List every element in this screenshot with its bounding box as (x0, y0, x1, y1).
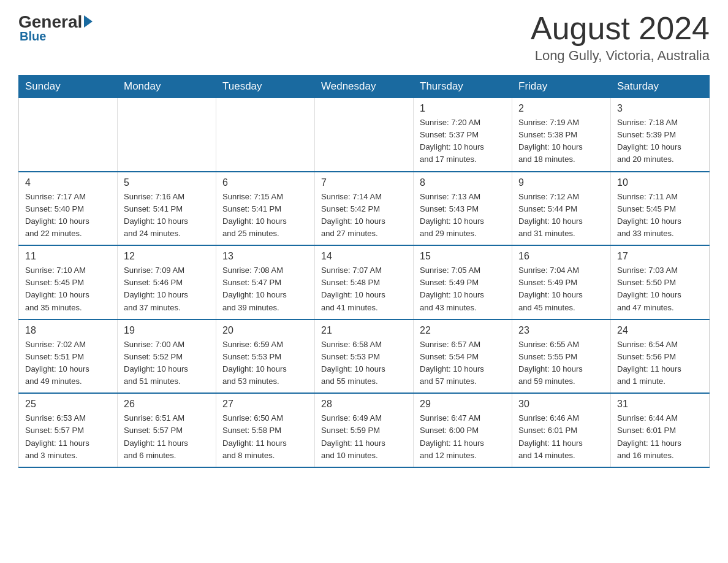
day-cell: 24Sunrise: 6:54 AMSunset: 5:56 PMDayligh… (611, 320, 710, 394)
day-info: Sunrise: 7:14 AMSunset: 5:42 PMDaylight:… (321, 191, 407, 240)
logo: General Blue (18, 12, 93, 44)
calendar-table: SundayMondayTuesdayWednesdayThursdayFrid… (18, 75, 710, 468)
day-info: Sunrise: 6:44 AMSunset: 6:01 PMDaylight:… (617, 412, 703, 462)
week-row-2: 4Sunrise: 7:17 AMSunset: 5:40 PMDaylight… (19, 172, 710, 246)
day-number: 17 (617, 251, 703, 262)
day-cell: 5Sunrise: 7:16 AMSunset: 5:41 PMDaylight… (118, 172, 216, 246)
day-number: 10 (617, 177, 703, 188)
day-cell: 2Sunrise: 7:19 AMSunset: 5:38 PMDaylight… (512, 98, 611, 172)
day-number: 20 (222, 325, 308, 336)
day-info: Sunrise: 7:03 AMSunset: 5:50 PMDaylight:… (617, 264, 703, 314)
day-info: Sunrise: 7:05 AMSunset: 5:49 PMDaylight:… (420, 264, 506, 314)
header-cell-wednesday: Wednesday (315, 75, 414, 98)
week-row-4: 18Sunrise: 7:02 AMSunset: 5:51 PMDayligh… (19, 320, 710, 394)
title-block: August 2024 Long Gully, Victoria, Austra… (531, 12, 710, 64)
day-number: 15 (420, 251, 506, 262)
location-title: Long Gully, Victoria, Australia (531, 48, 710, 64)
day-info: Sunrise: 6:50 AMSunset: 5:58 PMDaylight:… (222, 412, 308, 462)
week-row-1: 1Sunrise: 7:20 AMSunset: 5:37 PMDaylight… (19, 98, 710, 172)
logo-arrow-icon (84, 15, 93, 28)
day-cell: 6Sunrise: 7:15 AMSunset: 5:41 PMDaylight… (216, 172, 315, 246)
day-number: 11 (25, 251, 111, 262)
day-number: 19 (124, 325, 210, 336)
day-number: 4 (25, 177, 111, 188)
day-cell: 7Sunrise: 7:14 AMSunset: 5:42 PMDaylight… (315, 172, 414, 246)
day-cell: 13Sunrise: 7:08 AMSunset: 5:47 PMDayligh… (216, 245, 315, 320)
day-info: Sunrise: 7:11 AMSunset: 5:45 PMDaylight:… (617, 191, 703, 240)
day-info: Sunrise: 6:59 AMSunset: 5:53 PMDaylight:… (222, 339, 308, 388)
month-title: August 2024 (531, 12, 710, 44)
day-number: 21 (321, 325, 407, 336)
day-cell: 30Sunrise: 6:46 AMSunset: 6:01 PMDayligh… (512, 393, 611, 467)
header-cell-saturday: Saturday (611, 75, 710, 98)
day-info: Sunrise: 7:16 AMSunset: 5:41 PMDaylight:… (124, 191, 210, 240)
day-info: Sunrise: 7:13 AMSunset: 5:43 PMDaylight:… (420, 191, 506, 240)
day-info: Sunrise: 6:46 AMSunset: 6:01 PMDaylight:… (518, 412, 604, 462)
day-cell (118, 98, 216, 172)
day-number: 2 (518, 103, 604, 114)
day-cell: 3Sunrise: 7:18 AMSunset: 5:39 PMDaylight… (611, 98, 710, 172)
day-cell: 14Sunrise: 7:07 AMSunset: 5:48 PMDayligh… (315, 245, 414, 320)
day-info: Sunrise: 6:47 AMSunset: 6:00 PMDaylight:… (420, 412, 506, 462)
day-cell: 22Sunrise: 6:57 AMSunset: 5:54 PMDayligh… (414, 320, 512, 394)
day-number: 1 (420, 103, 506, 114)
header-row: SundayMondayTuesdayWednesdayThursdayFrid… (19, 75, 710, 98)
logo-blue-text: Blue (20, 29, 46, 44)
day-cell: 4Sunrise: 7:17 AMSunset: 5:40 PMDaylight… (19, 172, 118, 246)
day-number: 13 (222, 251, 308, 262)
header-cell-thursday: Thursday (414, 75, 512, 98)
day-number: 7 (321, 177, 407, 188)
day-number: 9 (518, 177, 604, 188)
day-cell: 20Sunrise: 6:59 AMSunset: 5:53 PMDayligh… (216, 320, 315, 394)
day-info: Sunrise: 7:02 AMSunset: 5:51 PMDaylight:… (25, 339, 111, 388)
day-cell: 26Sunrise: 6:51 AMSunset: 5:57 PMDayligh… (118, 393, 216, 467)
page-header: General Blue August 2024 Long Gully, Vic… (18, 12, 710, 64)
day-number: 8 (420, 177, 506, 188)
day-info: Sunrise: 7:07 AMSunset: 5:48 PMDaylight:… (321, 264, 407, 314)
day-number: 16 (518, 251, 604, 262)
day-number: 27 (222, 399, 308, 410)
day-cell (315, 98, 414, 172)
day-cell (19, 98, 118, 172)
day-cell: 31Sunrise: 6:44 AMSunset: 6:01 PMDayligh… (611, 393, 710, 467)
day-info: Sunrise: 7:18 AMSunset: 5:39 PMDaylight:… (617, 117, 703, 166)
day-number: 29 (420, 399, 506, 410)
week-row-5: 25Sunrise: 6:53 AMSunset: 5:57 PMDayligh… (19, 393, 710, 467)
day-number: 26 (124, 399, 210, 410)
day-cell: 27Sunrise: 6:50 AMSunset: 5:58 PMDayligh… (216, 393, 315, 467)
calendar-header: SundayMondayTuesdayWednesdayThursdayFrid… (19, 75, 710, 98)
day-number: 25 (25, 399, 111, 410)
header-cell-friday: Friday (512, 75, 611, 98)
day-info: Sunrise: 6:49 AMSunset: 5:59 PMDaylight:… (321, 412, 407, 462)
day-cell: 25Sunrise: 6:53 AMSunset: 5:57 PMDayligh… (19, 393, 118, 467)
day-cell: 15Sunrise: 7:05 AMSunset: 5:49 PMDayligh… (414, 245, 512, 320)
day-cell (216, 98, 315, 172)
week-row-3: 11Sunrise: 7:10 AMSunset: 5:45 PMDayligh… (19, 245, 710, 320)
day-info: Sunrise: 7:04 AMSunset: 5:49 PMDaylight:… (518, 264, 604, 314)
day-number: 14 (321, 251, 407, 262)
header-cell-tuesday: Tuesday (216, 75, 315, 98)
day-number: 6 (222, 177, 308, 188)
day-number: 22 (420, 325, 506, 336)
day-cell: 17Sunrise: 7:03 AMSunset: 5:50 PMDayligh… (611, 245, 710, 320)
day-info: Sunrise: 7:12 AMSunset: 5:44 PMDaylight:… (518, 191, 604, 240)
day-cell: 19Sunrise: 7:00 AMSunset: 5:52 PMDayligh… (118, 320, 216, 394)
day-number: 28 (321, 399, 407, 410)
day-cell: 11Sunrise: 7:10 AMSunset: 5:45 PMDayligh… (19, 245, 118, 320)
day-cell: 1Sunrise: 7:20 AMSunset: 5:37 PMDaylight… (414, 98, 512, 172)
day-number: 12 (124, 251, 210, 262)
day-info: Sunrise: 7:00 AMSunset: 5:52 PMDaylight:… (124, 339, 210, 388)
day-cell: 12Sunrise: 7:09 AMSunset: 5:46 PMDayligh… (118, 245, 216, 320)
day-info: Sunrise: 6:54 AMSunset: 5:56 PMDaylight:… (617, 339, 703, 388)
header-cell-sunday: Sunday (19, 75, 118, 98)
day-info: Sunrise: 7:09 AMSunset: 5:46 PMDaylight:… (124, 264, 210, 314)
day-info: Sunrise: 7:10 AMSunset: 5:45 PMDaylight:… (25, 264, 111, 314)
day-info: Sunrise: 7:19 AMSunset: 5:38 PMDaylight:… (518, 117, 604, 166)
day-number: 31 (617, 399, 703, 410)
day-info: Sunrise: 6:58 AMSunset: 5:53 PMDaylight:… (321, 339, 407, 388)
day-number: 5 (124, 177, 210, 188)
day-number: 23 (518, 325, 604, 336)
day-info: Sunrise: 7:17 AMSunset: 5:40 PMDaylight:… (25, 191, 111, 240)
day-info: Sunrise: 6:51 AMSunset: 5:57 PMDaylight:… (124, 412, 210, 462)
day-info: Sunrise: 6:53 AMSunset: 5:57 PMDaylight:… (25, 412, 111, 462)
